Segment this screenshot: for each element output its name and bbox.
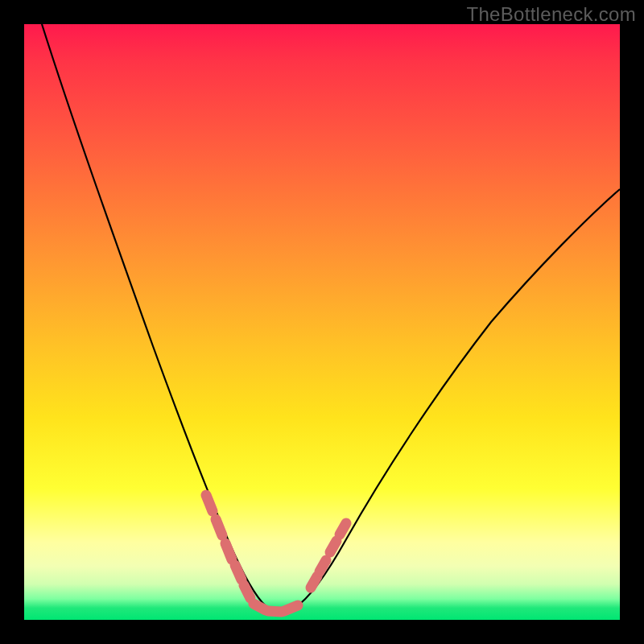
threshold-marker-group — [206, 495, 346, 612]
threshold-marker — [244, 585, 250, 598]
threshold-marker — [284, 605, 298, 611]
threshold-marker — [320, 560, 326, 572]
threshold-marker — [216, 519, 222, 535]
threshold-marker — [340, 523, 346, 535]
threshold-marker — [225, 543, 232, 559]
threshold-marker — [235, 565, 242, 580]
threshold-marker — [206, 495, 213, 511]
watermark-text: TheBottleneck.com — [466, 3, 636, 26]
plot-area — [24, 24, 620, 620]
threshold-marker — [330, 541, 336, 552]
threshold-marker — [311, 576, 317, 588]
curve-layer — [24, 24, 620, 620]
chart-frame: TheBottleneck.com — [0, 0, 644, 644]
bottleneck-curve — [42, 24, 620, 613]
